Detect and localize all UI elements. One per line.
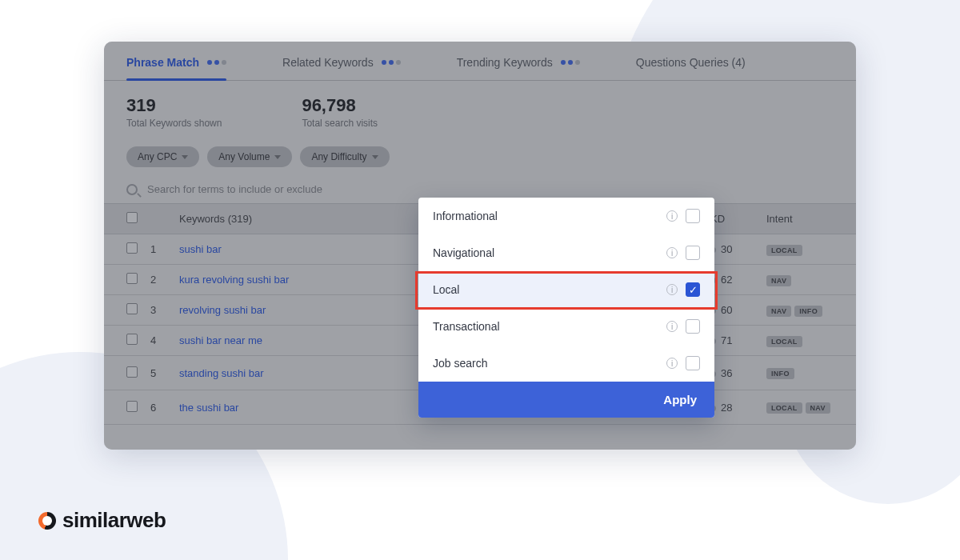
keyword-link[interactable]: standing sushi bar (179, 367, 264, 379)
summary-row: 319 Total Keywords shown 96,798 Total se… (104, 81, 856, 146)
total-keywords-label: Total Keywords shown (126, 118, 222, 129)
brand-name: similarweb (62, 508, 166, 533)
filter-chip-2[interactable]: Any Difficulty (300, 146, 389, 167)
option-checkbox[interactable] (686, 319, 700, 334)
info-icon[interactable]: i (666, 210, 678, 222)
keyword-link[interactable]: sushi bar (179, 243, 222, 255)
total-keywords-value: 319 (126, 95, 222, 116)
total-visits-value: 96,798 (302, 95, 378, 116)
keyword-link[interactable]: revolving sushi bar (179, 304, 266, 316)
tab-1[interactable]: Related Keywords (282, 56, 401, 80)
app-card: Phrase MatchRelated KeywordsTrending Key… (104, 42, 856, 450)
option-checkbox[interactable] (686, 209, 700, 223)
info-icon[interactable]: i (666, 284, 678, 295)
row-checkbox[interactable] (126, 366, 138, 378)
tab-3[interactable]: Questions Queries (4) (636, 56, 746, 80)
col-intent[interactable]: Intent (760, 204, 856, 234)
info-icon[interactable]: i (666, 247, 678, 258)
intent-option-job-search[interactable]: Job searchi (418, 345, 714, 382)
info-icon[interactable]: i (666, 321, 678, 332)
keyword-link[interactable]: sushi bar near me (179, 334, 262, 346)
option-checkbox[interactable]: ✓ (686, 282, 700, 297)
intent-filter-popup: InformationaliNavigationaliLocali✓Transa… (418, 198, 714, 418)
intent-option-transactional[interactable]: Transactionali (418, 308, 714, 345)
intent-option-navigational[interactable]: Navigationali (418, 234, 714, 271)
row-checkbox[interactable] (126, 303, 138, 314)
filter-chips: Any CPC Any Volume Any Difficulty (104, 146, 856, 178)
row-checkbox[interactable] (126, 334, 138, 345)
filter-chip-1[interactable]: Any Volume (207, 146, 292, 167)
search-icon (126, 184, 138, 195)
row-checkbox[interactable] (126, 401, 138, 412)
keyword-link[interactable]: the sushi bar (179, 402, 238, 414)
col-keywords[interactable]: Keywords (319) (173, 204, 424, 234)
filter-chip-0[interactable]: Any CPC (126, 146, 199, 167)
apply-button[interactable]: Apply (418, 382, 714, 418)
search-placeholder: Search for terms to include or exclude (147, 183, 322, 195)
option-checkbox[interactable] (686, 356, 700, 370)
intent-option-local[interactable]: Locali✓ (418, 271, 714, 308)
info-icon[interactable]: i (666, 358, 678, 369)
intent-option-informational[interactable]: Informationali (418, 198, 714, 234)
tabs: Phrase MatchRelated KeywordsTrending Key… (104, 42, 856, 81)
brand-logo: similarweb (38, 508, 166, 533)
row-checkbox[interactable] (126, 273, 138, 284)
tab-0[interactable]: Phrase Match (126, 56, 226, 80)
tab-2[interactable]: Trending Keywords (457, 56, 580, 80)
keyword-link[interactable]: kura revolving sushi bar (179, 274, 289, 286)
select-all-checkbox[interactable] (126, 212, 138, 223)
similarweb-icon (38, 512, 56, 530)
option-checkbox[interactable] (686, 246, 700, 260)
row-checkbox[interactable] (126, 242, 138, 254)
total-visits-label: Total search visits (302, 118, 378, 129)
